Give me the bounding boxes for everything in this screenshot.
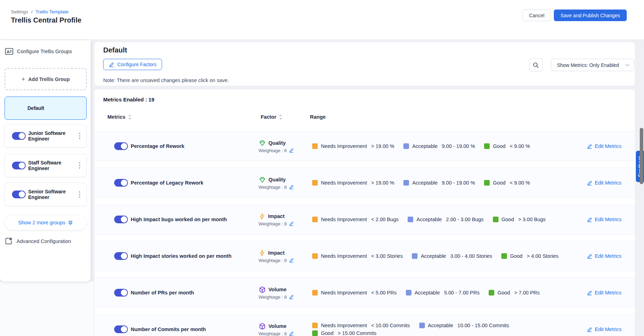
edit-weightage-icon[interactable]	[289, 258, 294, 263]
edit-weightage-icon[interactable]	[289, 185, 294, 189]
range-cell: Needs Improvement> 19.00 % Acceptable9.0…	[312, 180, 581, 186]
column-header-factor: Factor	[261, 114, 282, 120]
weightage-label: Weightage : 8	[259, 258, 287, 263]
metric-name: High Impact bugs worked on per month	[128, 217, 259, 222]
table-row: Number of Commits per month Volume Weigh…	[94, 314, 635, 336]
edit-metrics-link[interactable]: Edit Metrics	[587, 326, 621, 332]
factor-cell: Impact Weightage : 8	[259, 249, 312, 263]
range-chip-good: Good> 3.00 Bugs	[493, 217, 546, 222]
group-toggle[interactable]	[12, 162, 26, 169]
save-and-publish-button[interactable]: Save and Publish Changes	[554, 10, 627, 21]
add-trellis-group-label: Add Trellis Group	[28, 76, 69, 82]
breadcrumb-settings[interactable]: Settings	[11, 9, 28, 14]
edit-weightage-icon[interactable]	[289, 148, 294, 153]
edit-weightage-icon[interactable]	[289, 294, 294, 299]
factor-cell: Volume Weightage : 8	[259, 286, 312, 300]
edit-metrics-link[interactable]: Edit Metrics	[587, 180, 621, 186]
needs-improvement-swatch	[312, 253, 318, 259]
metric-toggle[interactable]	[114, 216, 128, 223]
edit-metrics-link[interactable]: Edit Metrics	[587, 217, 621, 222]
kebab-menu-icon[interactable]	[76, 191, 83, 198]
breadcrumb-trellis-template[interactable]: Trellis Template	[36, 9, 69, 14]
range-label: Good	[321, 330, 333, 336]
metric-toggle[interactable]	[114, 289, 128, 297]
configure-factors-button[interactable]: Configure Factors	[103, 59, 162, 70]
metric-toggle[interactable]	[114, 142, 128, 150]
range-value: < 5.00 PRs	[371, 290, 397, 295]
range-chip-needs-improvement: Needs Improvement< 10.00 Commits	[312, 323, 410, 328]
range-label: Acceptable	[415, 290, 440, 295]
edit-metrics-link[interactable]: Edit Metrics	[587, 253, 621, 259]
range-label: Needs Improvement	[321, 180, 367, 186]
show-metrics-filter-value: Show Metrics: Only Enabled	[557, 62, 619, 68]
metrics-rows: Percentage of Rework Quality Weightage :…	[94, 131, 635, 336]
factor-name: Impact	[268, 250, 285, 256]
range-chip-acceptable: Acceptable3.00 - 4.00 Stories	[412, 253, 492, 259]
weightage-label: Weightage : 8	[259, 294, 287, 300]
kebab-menu-icon[interactable]	[76, 162, 83, 169]
weightage-label: Weightage : 8	[259, 221, 287, 226]
group-name: Senior Software Engineer	[28, 189, 70, 200]
range-chip-needs-improvement: Needs Improvement> 19.00 %	[312, 180, 394, 186]
table-row: Percentage of Rework Quality Weightage :…	[94, 131, 635, 161]
range-label: Good	[502, 217, 514, 222]
sidebar-item-junior-software-engineer[interactable]: Junior Software Engineer	[5, 124, 87, 148]
column-header-label: Range	[310, 114, 326, 120]
search-button[interactable]	[529, 58, 543, 71]
sort-icon[interactable]	[279, 114, 282, 120]
metric-name: High Impact stories worked on per month	[128, 253, 259, 259]
range-label: Acceptable	[416, 217, 442, 222]
metric-toggle[interactable]	[114, 179, 128, 187]
search-icon	[533, 62, 539, 68]
metric-toggle[interactable]	[114, 252, 128, 260]
needs-improvement-swatch	[312, 323, 318, 328]
table-row: Number of PRs per month Volume Weightage…	[94, 278, 635, 308]
sidebar-item-senior-software-engineer[interactable]: Senior Software Engineer	[5, 183, 87, 206]
acceptable-swatch	[406, 290, 411, 295]
range-chip-acceptable: Acceptable5.00 - 7.00 PRs	[406, 290, 480, 295]
group-title: Default	[103, 46, 127, 54]
breadcrumb: Settings / Trellis Template	[11, 9, 69, 14]
pencil-icon	[587, 327, 592, 332]
pencil-icon	[587, 180, 592, 186]
show-metrics-filter-dropdown[interactable]: Show Metrics: Only Enabled	[551, 59, 634, 71]
advanced-configuration-label: Advanced Configuration	[17, 238, 71, 244]
range-chip-good: Good< 9.00 %	[484, 180, 530, 186]
pencil-icon	[587, 290, 592, 295]
factor-name: Volume	[268, 287, 286, 292]
sidebar-item-default[interactable]: Default	[5, 97, 87, 120]
plus-icon: +	[21, 76, 25, 83]
cancel-button[interactable]: Cancel	[522, 10, 551, 21]
edit-weightage-icon[interactable]	[289, 221, 294, 226]
sidebar-item-staff-software-engineer[interactable]: Staff Software Engineer	[5, 154, 87, 177]
show-more-groups-button[interactable]: Show 2 more groups	[5, 215, 87, 230]
range-chip-acceptable: Acceptable9.00 - 19.00 %	[403, 180, 475, 186]
metric-toggle[interactable]	[114, 325, 128, 333]
advanced-configuration-link[interactable]: Advanced Configuration	[5, 237, 71, 245]
kebab-menu-icon[interactable]	[76, 132, 83, 140]
metrics-enabled-count: Metrics Enabled : 19	[103, 97, 154, 102]
edit-weightage-icon[interactable]	[289, 331, 294, 336]
range-value: 10.00 - 15.00 Commits	[457, 323, 509, 328]
range-label: Acceptable	[412, 143, 438, 149]
range-label: Good	[497, 290, 510, 295]
trellis-settings-page: Settings / Trellis Template Trellis Cent…	[0, 0, 644, 336]
sort-icon[interactable]	[128, 114, 131, 120]
range-value: < 9.00 %	[510, 180, 530, 186]
chevron-down-icon	[625, 64, 630, 67]
edit-metrics-link[interactable]: Edit Metrics	[587, 290, 621, 295]
range-value: < 10.00 Commits	[371, 323, 410, 328]
quality-gem-icon	[259, 139, 266, 147]
edit-metrics-link[interactable]: Edit Metrics	[587, 143, 621, 149]
group-header-card: Default Configure Factors Note: There ar…	[94, 42, 635, 86]
range-chip-needs-improvement: Needs Improvement< 3.00 Stories	[312, 253, 403, 259]
range-chip-needs-improvement: Needs Improvement> 19.00 %	[312, 143, 394, 149]
good-swatch	[312, 330, 318, 336]
group-toggle[interactable]	[12, 191, 26, 198]
group-toggle[interactable]	[12, 132, 26, 140]
add-trellis-group-button[interactable]: + Add Trellis Group	[5, 68, 87, 90]
range-cell: Needs Improvement< 3.00 Stories Acceptab…	[312, 253, 581, 259]
scrollbar-thumb[interactable]	[640, 128, 643, 184]
range-chip-good: Good> 4.00 Stories	[501, 253, 558, 259]
range-label: Needs Improvement	[321, 323, 367, 328]
